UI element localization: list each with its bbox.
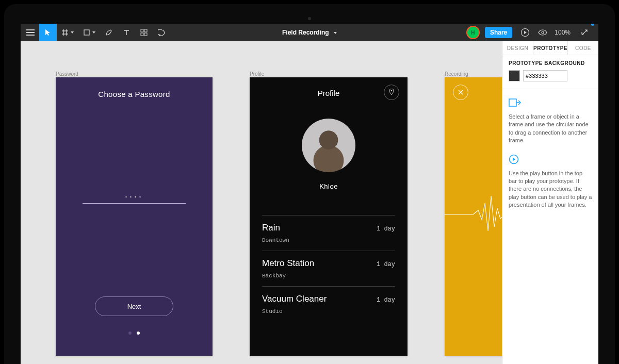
tab-prototype[interactable]: PROTOTYPE (533, 41, 568, 55)
password-masked-value: .... (56, 189, 213, 200)
svg-rect-8 (509, 99, 516, 106)
svg-rect-4 (144, 33, 147, 36)
frame-label-profile[interactable]: Profile (250, 71, 264, 77)
pin-icon (388, 89, 395, 96)
frame-tool-button[interactable] (57, 24, 78, 41)
close-icon (458, 89, 464, 95)
svg-rect-0 (84, 30, 89, 35)
password-title: Choose a Password (56, 90, 213, 98)
pager-dot-active (137, 332, 140, 335)
panel-tabs: DESIGN PROTOTYPE CODE (502, 41, 598, 55)
move-tool-button[interactable] (39, 24, 57, 41)
comment-tool-button[interactable] (153, 24, 170, 41)
frame-profile[interactable]: Profile Khloe Rain (250, 77, 408, 356)
present-button[interactable] (516, 24, 534, 41)
hamburger-icon (26, 29, 35, 36)
text-tool-button[interactable] (118, 24, 135, 41)
play-hint-text: Use the play button in the top bar to pl… (509, 170, 592, 209)
recording-age: 1 day (377, 225, 395, 233)
recording-title: Rain (262, 223, 280, 233)
cursor-icon (44, 29, 52, 36)
recording-location: Backbay (262, 273, 395, 279)
frame-label-recording[interactable]: Recording (445, 71, 468, 77)
password-pager (56, 332, 213, 335)
zoom-control[interactable]: 100% (555, 29, 573, 36)
background-color-input[interactable] (523, 70, 567, 81)
components-button[interactable] (135, 24, 153, 41)
canvas[interactable]: Password Choose a Password .... Next Pro… (21, 41, 502, 364)
password-next-button[interactable]: Next (95, 296, 173, 316)
pen-icon (105, 28, 113, 37)
frame-password[interactable]: Choose a Password .... Next (56, 77, 213, 356)
svg-rect-3 (141, 33, 143, 36)
recording-title: Vacuum Cleaner (262, 294, 327, 304)
webcam-dot (308, 17, 311, 20)
recording-age: 1 day (377, 296, 395, 304)
profile-recordings-list: Rain 1 day Downtown Metro Station 1 day … (262, 215, 395, 322)
prototype-background-section: PROTOTYPE BACKGROUND (502, 55, 598, 87)
user-avatar[interactable]: H (466, 26, 480, 39)
profile-name: Khloe (250, 183, 408, 190)
frame-recording[interactable] (445, 77, 502, 356)
document-title-text: Field Recording (282, 29, 329, 36)
comment-icon (158, 29, 166, 37)
components-icon (140, 29, 148, 36)
play-circle-icon (520, 28, 530, 37)
recording-location: Studio (262, 308, 395, 315)
svg-point-6 (542, 31, 544, 34)
list-item[interactable]: Rain 1 day Downtown (262, 215, 395, 251)
connection-hint-icon (509, 97, 592, 109)
pen-tool-button[interactable] (100, 24, 118, 41)
svg-rect-1 (141, 29, 143, 32)
svg-point-7 (391, 90, 393, 92)
prototype-background-heading: PROTOTYPE BACKGROUND (509, 60, 592, 66)
tab-design[interactable]: DESIGN (502, 41, 533, 55)
frame-label-password[interactable]: Password (56, 71, 78, 77)
main-menu-button[interactable] (22, 24, 39, 41)
profile-location-button[interactable] (384, 85, 399, 100)
text-icon (123, 29, 130, 36)
figma-window: Field Recording H Share (21, 24, 598, 364)
view-settings-button[interactable] (534, 24, 551, 41)
play-hint-icon (509, 154, 592, 166)
background-swatch[interactable] (509, 70, 520, 81)
frame-icon (61, 29, 69, 36)
properties-panel: DESIGN PROTOTYPE CODE PROTOTYPE BACKGROU… (502, 41, 598, 364)
overflow-icon (580, 28, 589, 37)
svg-rect-2 (144, 29, 147, 32)
eye-icon (538, 28, 547, 37)
recording-title: Metro Station (262, 258, 314, 269)
waveform-icon (445, 194, 502, 235)
top-toolbar: Field Recording H Share (21, 24, 598, 41)
connection-hint-text: Select a frame or object in a frame and … (509, 113, 592, 145)
list-item[interactable]: Vacuum Cleaner 1 day Studio (262, 286, 395, 322)
chevron-down-icon (334, 32, 337, 34)
shape-tool-button[interactable] (78, 24, 100, 41)
square-icon (83, 29, 90, 36)
share-button[interactable]: Share (485, 27, 512, 38)
list-item[interactable]: Metro Station 1 day Backbay (262, 251, 395, 286)
zoom-value: 100% (555, 29, 571, 36)
chevron-down-icon (92, 31, 95, 34)
password-underline (83, 203, 186, 204)
recording-location: Downtown (262, 237, 395, 243)
profile-avatar (302, 119, 355, 172)
overflow-button[interactable] (576, 24, 593, 41)
tab-code[interactable]: CODE (568, 41, 598, 55)
pager-dot (128, 332, 132, 335)
recording-close-button[interactable] (453, 85, 468, 100)
chevron-down-icon (71, 31, 74, 34)
recording-age: 1 day (377, 261, 395, 268)
